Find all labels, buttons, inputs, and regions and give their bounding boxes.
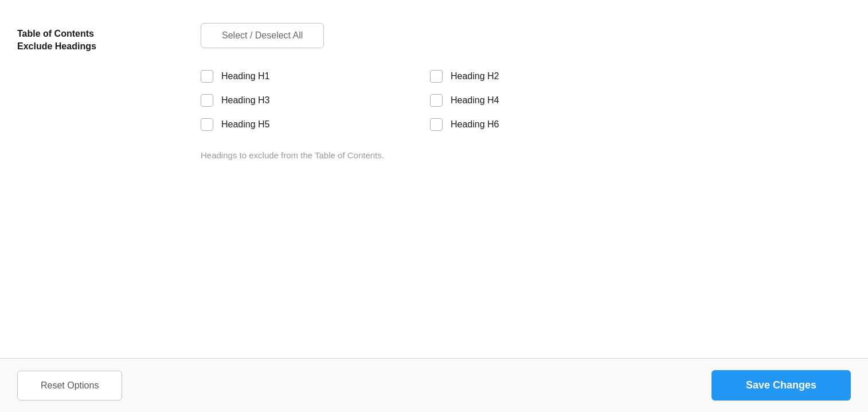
- checkbox-h2-label: Heading H2: [451, 71, 499, 81]
- helper-text: Headings to exclude from the Table of Co…: [201, 150, 851, 160]
- checkboxes-grid: Heading H1 Heading H2 Heading H3 Heading…: [201, 64, 659, 137]
- checkbox-h1[interactable]: Heading H1: [201, 64, 430, 88]
- checkbox-h3-input[interactable]: [201, 94, 213, 107]
- checkbox-h5[interactable]: Heading H5: [201, 112, 430, 137]
- save-button[interactable]: Save Changes: [711, 370, 851, 401]
- checkbox-h5-label: Heading H5: [221, 119, 270, 130]
- checkbox-h2[interactable]: Heading H2: [430, 64, 659, 88]
- footer-bar: Reset Options Save Changes: [0, 358, 868, 412]
- checkbox-h6[interactable]: Heading H6: [430, 112, 659, 137]
- checkbox-h6-label: Heading H6: [451, 119, 499, 130]
- checkbox-h6-input[interactable]: [430, 118, 443, 131]
- checkbox-h5-input[interactable]: [201, 118, 213, 131]
- checkbox-h2-input[interactable]: [430, 70, 443, 83]
- select-deselect-button[interactable]: Select / Deselect All: [201, 23, 324, 48]
- checkbox-h3[interactable]: Heading H3: [201, 88, 430, 112]
- checkbox-h1-label: Heading H1: [221, 71, 270, 81]
- checkbox-h1-input[interactable]: [201, 70, 213, 83]
- label-line2: Exclude Headings: [17, 41, 96, 51]
- checkbox-h4-label: Heading H4: [451, 95, 499, 106]
- label-line1: Table of Contents: [17, 29, 94, 38]
- reset-button[interactable]: Reset Options: [17, 371, 122, 401]
- setting-label: Table of Contents Exclude Headings: [17, 23, 166, 53]
- setting-controls: Select / Deselect All Heading H1 Heading…: [201, 23, 851, 160]
- main-content: Table of Contents Exclude Headings Selec…: [0, 0, 868, 358]
- checkbox-h4[interactable]: Heading H4: [430, 88, 659, 112]
- checkbox-h4-input[interactable]: [430, 94, 443, 107]
- checkbox-h3-label: Heading H3: [221, 95, 270, 106]
- setting-row: Table of Contents Exclude Headings Selec…: [17, 23, 851, 160]
